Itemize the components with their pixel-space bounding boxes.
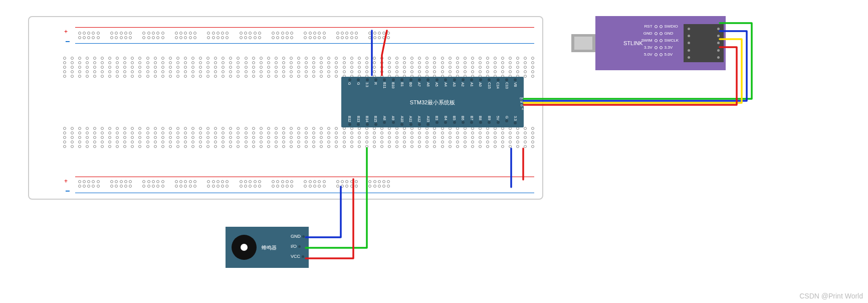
bottom-power-rail: [77, 179, 391, 188]
buzzer-pins: GNDI/OVCC: [291, 234, 305, 259]
top-terminal-strip: [62, 55, 538, 78]
top-power-rail: [77, 30, 391, 39]
watermark: CSDN @Print World: [799, 292, 863, 300]
stm32-swd-labels: GNDSDADIO3.3: [520, 97, 525, 110]
stm32-bottom-pins: B12B13B14B15A8A9A10A11A12A15B3B4B5B6B7B8…: [345, 116, 520, 126]
stm32-label: STM32最小系统板: [341, 99, 524, 106]
bottom-terminal-strip: [62, 125, 538, 148]
stm32-top-pins: GG3.3RB11B10B1B0A7A6A5A4A3A2A1A0C15C14C1…: [345, 78, 520, 89]
diagram-canvas: { "watermark":"CSDN @Print World", "stm3…: [0, 0, 868, 303]
buzzer-speaker-icon: [232, 235, 257, 260]
stlink-programmer: STLINK RSTSWDIOGNDGNDSWIMSWCLK3.3V3.3V5.…: [595, 16, 726, 70]
buzzer-label: 蜂鸣器: [262, 244, 277, 251]
stm32-board: STM32最小系统板 GG3.3RB11B10B1B0A7A6A5A4A3A2A…: [341, 77, 524, 127]
stlink-pin-labels: RSTSWDIOGNDGNDSWIMSWCLK3.3V3.3V5.0V5.0V: [639, 24, 679, 57]
buzzer-module: 蜂鸣器 GNDI/OVCC: [226, 227, 309, 268]
usb-connector: [571, 34, 595, 52]
stlink-header: [684, 24, 724, 62]
